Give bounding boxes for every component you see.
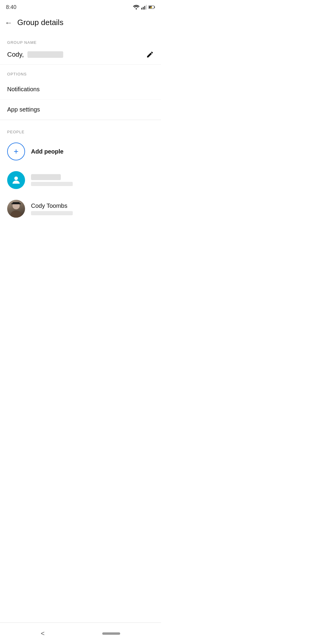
person-avatar-cody <box>7 200 25 218</box>
app-settings-option[interactable]: App settings <box>0 100 161 120</box>
svg-point-11 <box>11 210 21 218</box>
page-title: Group details <box>17 18 64 27</box>
svg-rect-3 <box>144 6 145 10</box>
person-row-cody[interactable]: Cody Toombs <box>0 194 161 223</box>
edit-icon[interactable] <box>146 51 154 58</box>
person-avatar-teal <box>7 171 25 189</box>
top-bar: ← Group details <box>0 13 161 33</box>
cody-avatar-svg <box>7 200 25 218</box>
add-people-avatar: + <box>7 143 25 160</box>
status-bar: 8:40 ⚡ <box>0 0 161 13</box>
options-section-label: OPTIONS <box>0 65 161 79</box>
people-section-label: PEOPLE <box>0 123 161 137</box>
group-name-row: Cody, <box>0 48 161 64</box>
plus-icon: + <box>14 147 18 156</box>
wifi-icon <box>133 5 140 10</box>
back-button[interactable]: ← <box>5 19 13 27</box>
person-sub-cody <box>31 211 73 215</box>
group-name-redacted <box>27 51 63 58</box>
divider-2 <box>0 120 161 120</box>
svg-rect-1 <box>141 8 142 10</box>
notifications-option[interactable]: Notifications <box>0 79 161 100</box>
group-name-text: Cody, <box>7 51 63 58</box>
svg-rect-2 <box>143 7 144 10</box>
person-name-redacted-1 <box>31 174 61 180</box>
status-time: 8:40 <box>6 4 16 10</box>
add-people-row[interactable]: + Add people <box>0 137 161 166</box>
status-icons: ⚡ <box>133 5 155 10</box>
svg-rect-6 <box>154 7 155 8</box>
battery-icon: ⚡ <box>148 5 155 9</box>
person-icon <box>11 175 21 185</box>
person-row-teal[interactable] <box>0 166 161 194</box>
person-sub-redacted-1 <box>31 182 73 186</box>
svg-point-9 <box>14 177 18 180</box>
person-name-cody: Cody Toombs <box>31 202 73 209</box>
signal-icon <box>141 5 147 10</box>
people-section: PEOPLE + Add people <box>0 123 161 223</box>
svg-text:⚡: ⚡ <box>150 6 153 9</box>
group-name-section-label: GROUP NAME <box>0 33 161 48</box>
add-people-label: Add people <box>31 148 64 155</box>
svg-rect-4 <box>146 5 147 10</box>
svg-rect-13 <box>11 203 21 204</box>
group-name-prefix: Cody, <box>7 51 24 58</box>
